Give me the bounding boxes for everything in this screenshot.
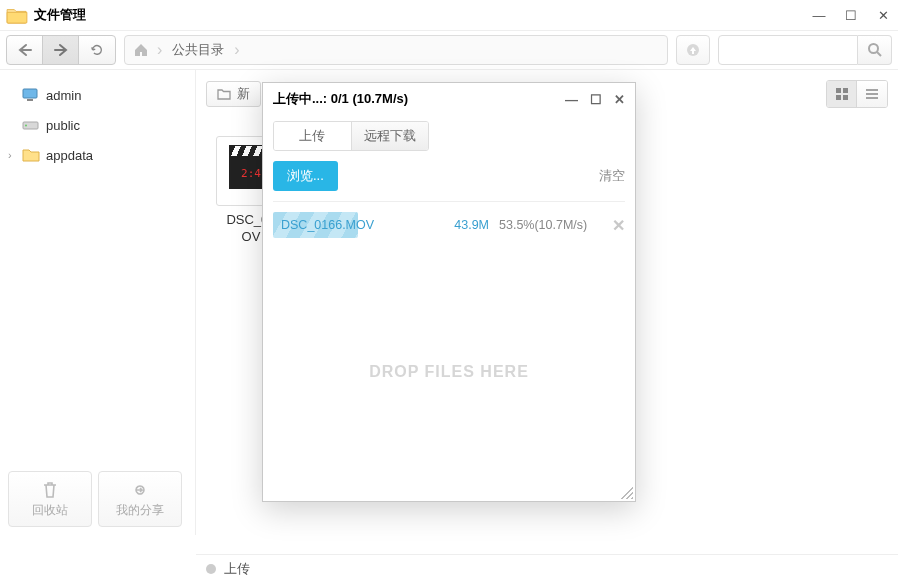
grid-icon [835, 87, 849, 101]
dialog-title: 上传中...: 0/1 (10.7M/s) [273, 90, 408, 108]
dialog-resize-handle[interactable] [621, 487, 633, 499]
statusbar: 上传 [196, 554, 898, 582]
svg-rect-6 [836, 88, 841, 93]
dialog-close[interactable]: ✕ [614, 92, 625, 107]
folder-icon [6, 6, 28, 24]
trash-icon [40, 480, 60, 500]
sidebar-item-label: public [46, 118, 80, 133]
window-maximize[interactable]: ☐ [842, 8, 860, 23]
share-label: 我的分享 [116, 502, 164, 519]
tree-expander-icon[interactable]: › [8, 149, 12, 161]
search-input[interactable] [718, 35, 858, 65]
svg-rect-7 [843, 88, 848, 93]
status-dot-icon [206, 564, 216, 574]
home-icon[interactable] [133, 43, 149, 57]
my-share-button[interactable]: 我的分享 [98, 471, 182, 527]
drop-zone[interactable]: DROP FILES HERE [273, 252, 625, 491]
window-minimize[interactable]: — [810, 8, 828, 23]
recycle-label: 回收站 [32, 502, 68, 519]
drive-icon [22, 117, 40, 133]
new-folder-button[interactable]: 新 [206, 81, 261, 107]
sidebar-item-public[interactable]: public [4, 110, 191, 140]
nav-forward-button[interactable] [43, 36, 79, 64]
svg-point-5 [25, 125, 27, 127]
dialog-minimize[interactable]: — [565, 92, 578, 107]
breadcrumb-segment[interactable]: 公共目录 [162, 41, 234, 59]
upload-dialog: 上传中...: 0/1 (10.7M/s) — ☐ ✕ 上传 远程下载 浏览..… [262, 82, 636, 502]
upload-item-remove[interactable]: ✕ [612, 216, 625, 235]
breadcrumb[interactable]: › 公共目录 › [124, 35, 668, 65]
share-icon [130, 480, 150, 500]
sidebar-item-label: appdata [46, 148, 93, 163]
search-icon [867, 42, 883, 58]
sidebar-item-admin[interactable]: admin [4, 80, 191, 110]
sidebar-item-label: admin [46, 88, 81, 103]
tab-remote-download[interactable]: 远程下载 [352, 122, 429, 150]
svg-rect-8 [836, 95, 841, 100]
statusbar-upload-label[interactable]: 上传 [224, 560, 250, 578]
upload-item-row: DSC_0166.MOV 43.9M 53.5%(10.7M/s) ✕ [273, 212, 625, 238]
breadcrumb-sep: › [234, 41, 239, 59]
svg-rect-2 [23, 89, 37, 98]
view-grid-button[interactable] [827, 81, 857, 107]
computer-icon [22, 87, 40, 103]
arrow-up-icon [686, 43, 700, 57]
clear-link[interactable]: 清空 [599, 167, 625, 185]
folder-icon [22, 147, 40, 163]
new-folder-label: 新 [237, 85, 250, 103]
sidebar-item-appdata[interactable]: › appdata [4, 140, 191, 170]
dialog-maximize[interactable]: ☐ [590, 92, 602, 107]
refresh-icon [89, 43, 105, 57]
arrow-left-icon [17, 43, 33, 57]
browse-button[interactable]: 浏览... [273, 161, 338, 191]
scroll-top-button[interactable] [676, 35, 710, 65]
folder-outline-icon [217, 87, 231, 101]
window-title: 文件管理 [34, 6, 86, 24]
svg-point-1 [869, 44, 878, 53]
arrow-right-icon [53, 43, 69, 57]
search-button[interactable] [858, 35, 892, 65]
list-icon [865, 87, 879, 101]
upload-item-size: 43.9M [431, 218, 489, 232]
tab-upload[interactable]: 上传 [274, 122, 352, 150]
nav-refresh-button[interactable] [79, 36, 115, 64]
svg-rect-9 [843, 95, 848, 100]
nav-back-button[interactable] [7, 36, 43, 64]
window-close[interactable]: ✕ [874, 8, 892, 23]
recycle-bin-button[interactable]: 回收站 [8, 471, 92, 527]
svg-rect-3 [27, 99, 33, 101]
view-list-button[interactable] [857, 81, 887, 107]
upload-item-rate: 53.5%(10.7M/s) [489, 218, 612, 232]
upload-item-name: DSC_0166.MOV [273, 214, 431, 236]
separator [273, 201, 625, 202]
